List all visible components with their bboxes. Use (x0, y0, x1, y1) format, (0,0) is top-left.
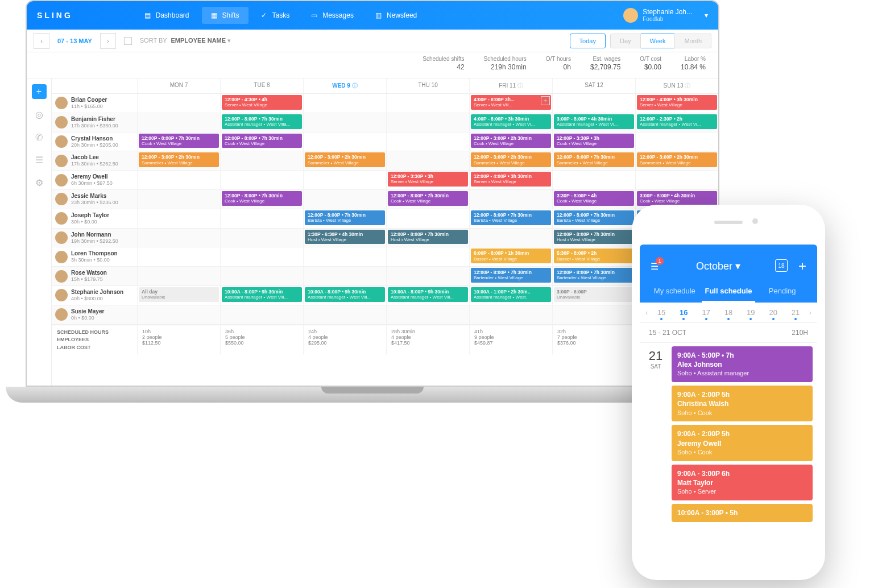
shift-block[interactable]: 12:00P - 3:30P • 3hCook • West Village (554, 134, 634, 148)
shift-block[interactable]: 12:00P - 8:00P • 7h 30minAssistant manag… (222, 114, 302, 129)
phone-icon[interactable]: ✆ (32, 130, 47, 144)
shift-block[interactable]: 12:00P - 3:00P • 2h 30minSommelier • Wes… (139, 152, 219, 167)
shift-block[interactable]: 12:00P - 3:00P • 2h 30minSommelier • Wes… (305, 152, 385, 167)
day-header[interactable]: MON 7 (137, 78, 220, 93)
shift-block[interactable]: 12:00P - 2:30P • 2hAssistant manager • W… (637, 114, 717, 129)
schedule-cell[interactable] (303, 267, 386, 285)
phone-shift[interactable]: 9:00A - 5:00P • 7hAlex JohnsonSoho • Ass… (672, 346, 813, 382)
schedule-cell[interactable]: 12:00P - 3:00P • 2h 30minSommelier • Wes… (635, 151, 718, 170)
shift-block[interactable]: 12:00P - 4:00P • 3h 30minServer • West V… (471, 172, 551, 187)
select-all-checkbox[interactable] (124, 37, 132, 45)
schedule-cell[interactable] (469, 229, 552, 247)
day-pill[interactable]: 16 (673, 308, 695, 317)
schedule-cell[interactable]: 12:00P - 3:00P • 2h 30minSommelier • Wes… (137, 151, 220, 170)
filter-icon[interactable]: ⚙ (32, 175, 47, 190)
add-shift-inline[interactable]: + (541, 96, 550, 105)
nav-tasks[interactable]: ✓Tasks (252, 7, 299, 24)
list-icon[interactable]: ☰ (32, 152, 47, 167)
employee-info[interactable]: Stephanie Johnson40h • $800.00 (52, 286, 137, 305)
shift-block[interactable]: 10:00A - 1:00P • 2h 30m..Assistant manag… (471, 287, 551, 302)
schedule-cell[interactable]: 1:30P - 6:30P • 4h 30minHost • West Vill… (303, 229, 386, 247)
day-pill[interactable]: 17 (695, 308, 717, 317)
shift-block[interactable]: 12:00P - 3:00P • 2h 30minSommelier • Wes… (471, 152, 551, 167)
schedule-cell[interactable]: 12:00P - 8:00P • 7h 30minBartender • Wes… (552, 267, 635, 285)
schedule-cell[interactable] (386, 267, 469, 285)
schedule-cell[interactable] (303, 132, 386, 151)
schedule-cell[interactable]: 12:00P - 4:00P • 3h 30minServer • West V… (635, 94, 718, 113)
employee-info[interactable]: Jacob Lee17h 30min • $262.50 (52, 151, 137, 170)
location-icon[interactable]: ◎ (32, 107, 47, 122)
shift-block[interactable]: 12:00P - 3:00P • 2h 30minSommelier • Wes… (637, 152, 717, 167)
schedule-cell[interactable] (303, 94, 386, 113)
shift-block[interactable]: 12:00P - 8:00P • 7h 30minHost • West Vil… (388, 230, 468, 245)
add-button[interactable]: + (796, 259, 809, 273)
schedule-cell[interactable] (137, 305, 220, 324)
schedule-cell[interactable] (137, 190, 220, 209)
schedule-cell[interactable] (386, 209, 469, 228)
add-shift-button[interactable]: + (32, 84, 47, 99)
shift-block[interactable]: 3:00P - 8:00P • 4h 30minCook • West Vill… (637, 191, 717, 206)
shift-block[interactable]: 1:30P - 6:30P • 4h 30minHost • West Vill… (305, 230, 385, 245)
employee-info[interactable]: Rose Watson15h • $179.75 (52, 267, 137, 285)
employee-info[interactable]: Jessie Marks23h 30min • $235.00 (52, 190, 137, 209)
schedule-cell[interactable]: 12:00P - 8:00P • 7h 30minHost • West Vil… (552, 229, 635, 247)
tab-my-schedule[interactable]: My schedule (648, 281, 702, 303)
schedule-cell[interactable]: 12:00P - 3:30P • 3hCook • West Village (552, 132, 635, 151)
shift-block[interactable]: 12:00P - 8:00P • 7h 30minBarista • West … (471, 210, 551, 225)
schedule-cell[interactable]: 3:00P - 6:00PUnavailable (552, 286, 635, 305)
phone-shift[interactable]: 9:00A - 2:00P 5hJeremy OwellSoho • Cook (672, 425, 813, 461)
day-pill[interactable]: 15 (650, 308, 672, 317)
shift-block[interactable]: 12:00P - 4:00P • 3h 30minServer • West V… (637, 95, 717, 110)
tab-pending[interactable]: Pending (755, 281, 809, 303)
schedule-cell[interactable]: 12:00P - 3:00P • 2h 30minCook • West Vil… (469, 132, 552, 151)
schedule-cell[interactable]: 12:00P - 8:00P • 7h 30minBarista • West … (552, 209, 635, 228)
today-button[interactable]: Today (570, 34, 606, 48)
schedule-cell[interactable] (220, 267, 303, 285)
schedule-cell[interactable]: 3:30P - 8:00P • 4hCook • West Village (552, 190, 635, 209)
menu-icon[interactable]: ☰1 (648, 259, 661, 273)
week-view-button[interactable]: Week (641, 34, 675, 48)
schedule-cell[interactable] (469, 305, 552, 324)
phone-shift[interactable]: 10:00A - 3:00P • 5h (672, 504, 813, 522)
shift-block[interactable]: 10:00A - 8:00P • 9h 30minAssistant manag… (222, 287, 302, 302)
employee-info[interactable]: John Normann19h 30min • $292.50 (52, 229, 137, 247)
employee-info[interactable]: Benjamin Fisher17h 30min • $350.00 (52, 113, 137, 132)
schedule-cell[interactable] (552, 171, 635, 189)
shift-block[interactable]: 12:00P - 8:00P • 7h 30minBarista • West … (554, 210, 634, 225)
schedule-cell[interactable] (386, 305, 469, 324)
schedule-cell[interactable]: 12:00P - 8:00P • 7h 30minBarista • West … (469, 209, 552, 228)
shift-block[interactable]: 12:00P - 8:00P • 7h 30minCook • West Vil… (222, 134, 302, 148)
shift-block[interactable]: 12:00P - 8:00P • 7h 30minSommelier • Wes… (554, 152, 634, 167)
shift-block[interactable]: 12:00P - 8:00P • 7h 30minBartender • Wes… (471, 268, 551, 283)
employee-info[interactable]: Crystal Hanson20h 30min • $205.00 (52, 132, 137, 151)
schedule-cell[interactable]: 12:00P - 8:00P • 7h 30minSommelier • Wes… (552, 151, 635, 170)
nav-dashboard[interactable]: ▤Dashboard (135, 7, 198, 24)
shift-block[interactable]: 6:00P - 8:00P • 1h 30minBusser • West Vi… (471, 249, 551, 263)
schedule-cell[interactable]: 12:00P - 8:00P • 7h 30minCook • West Vil… (220, 132, 303, 151)
day-pill[interactable]: 20 (762, 308, 784, 317)
employee-info[interactable]: Brian Cooper11h • $165.00 (52, 94, 137, 113)
schedule-cell[interactable] (303, 190, 386, 209)
schedule-cell[interactable]: All dayUnavailable (137, 286, 220, 305)
day-header[interactable]: WED 9 ⓘ (303, 78, 386, 93)
schedule-cell[interactable] (386, 247, 469, 266)
shift-block[interactable]: 3:30P - 8:00P • 4hCook • West Village (554, 191, 634, 206)
shift-block[interactable]: 10:00A - 8:00P • 9h 30minAssistant manag… (388, 287, 468, 302)
calendar-icon[interactable]: 18 (775, 259, 788, 272)
shift-block[interactable]: 3:00P - 6:00PUnavailable (554, 287, 634, 302)
shift-block[interactable]: 4:00P - 8:00P 3h...Server • West Vill... (471, 95, 551, 110)
shift-block[interactable]: 12:00P - 8:00P • 7h 30minCook • West Vil… (139, 134, 219, 148)
shift-block[interactable]: 12:00P - 8:00P • 7h 30minBartender • Wes… (554, 268, 634, 283)
schedule-cell[interactable] (386, 113, 469, 132)
shift-block[interactable]: 12:00P - 8:00P • 7h 30minBarista • West … (305, 210, 385, 225)
tab-full-schedule[interactable]: Full schedule (702, 281, 756, 303)
day-pill[interactable]: 18 (717, 308, 739, 317)
schedule-cell[interactable]: 12:00P - 2:30P • 2hAssistant manager • W… (635, 113, 718, 132)
schedule-cell[interactable] (137, 113, 220, 132)
schedule-cell[interactable]: 10:00A - 1:00P • 2h 30m..Assistant manag… (469, 286, 552, 305)
shift-block[interactable]: 12:00P - 3:00P • 2h 30minCook • West Vil… (471, 134, 551, 148)
schedule-cell[interactable] (303, 305, 386, 324)
day-pill[interactable]: 19 (740, 308, 762, 317)
schedule-cell[interactable]: 12:00P - 8:00P • 7h 30minBarista • West … (303, 209, 386, 228)
schedule-cell[interactable]: 12:00P - 8:00P • 7h 30minAssistant manag… (220, 113, 303, 132)
